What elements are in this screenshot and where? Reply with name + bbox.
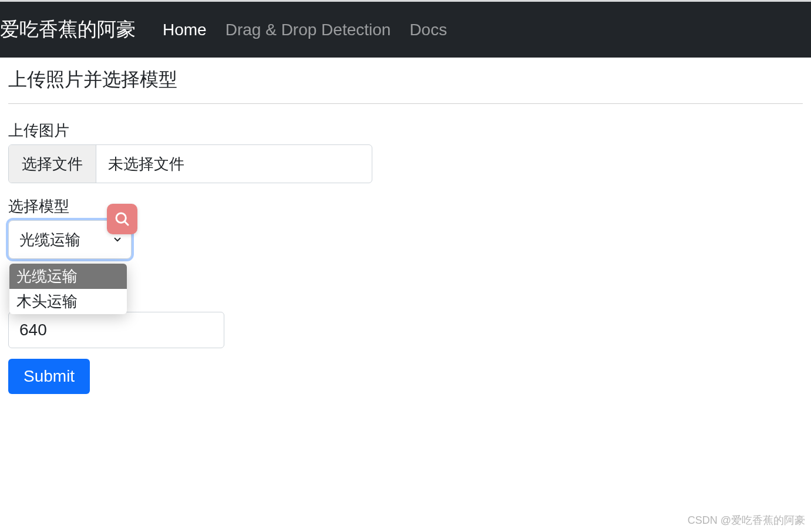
svg-line-1 [124, 221, 128, 225]
choose-file-button[interactable]: 选择文件 [9, 145, 96, 183]
model-option-0[interactable]: 光缆运输 [9, 264, 127, 289]
file-status-text: 未选择文件 [96, 145, 184, 183]
divider [8, 103, 803, 104]
chevron-down-icon [112, 234, 123, 245]
main-content: 上传照片并选择模型 上传图片 选择文件 未选择文件 选择模型 光缆运输 光缆运输… [0, 58, 811, 403]
image-size-input[interactable] [8, 312, 224, 348]
upload-label: 上传图片 [8, 120, 803, 141]
file-input-row[interactable]: 选择文件 未选择文件 [8, 144, 372, 183]
nav-docs[interactable]: Docs [400, 21, 456, 39]
watermark-text: CSDN @爱吃香蕉的阿豪 [688, 513, 805, 527]
navbar: 爱吃香蕉的阿豪 Home Drag & Drop Detection Docs [0, 0, 811, 58]
search-icon[interactable] [107, 204, 137, 234]
submit-button[interactable]: Submit [8, 359, 90, 394]
model-select-container: 光缆运输 光缆运输 木头运输 [8, 220, 132, 259]
nav-home[interactable]: Home [153, 21, 216, 39]
brand-title[interactable]: 爱吃香蕉的阿豪 [0, 16, 153, 43]
page-title: 上传照片并选择模型 [8, 67, 803, 93]
nav-drag-drop-detection[interactable]: Drag & Drop Detection [216, 21, 401, 39]
model-dropdown-panel: 光缆运输 木头运输 [9, 264, 127, 314]
model-option-1[interactable]: 木头运输 [9, 289, 127, 314]
model-select-value: 光缆运输 [19, 230, 80, 250]
